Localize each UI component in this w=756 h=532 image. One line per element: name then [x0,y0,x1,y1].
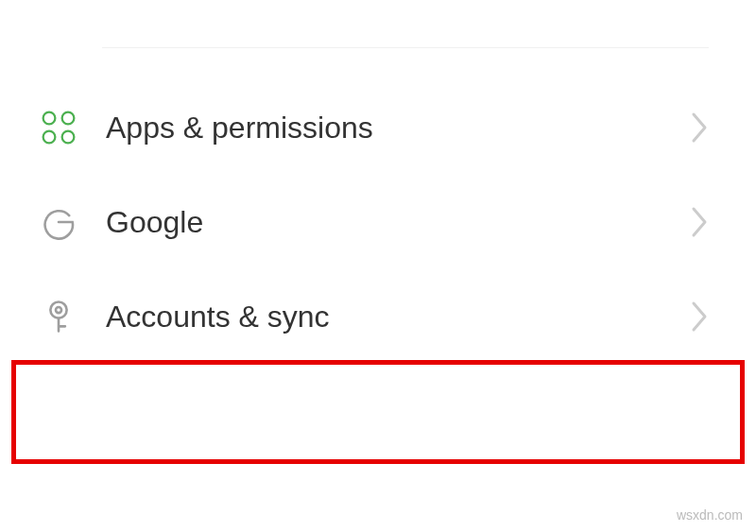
chevron-right-icon [690,205,709,239]
settings-item-apps-permissions[interactable]: Apps & permissions [0,80,756,175]
apps-icon [38,107,79,148]
settings-item-label: Accounts & sync [106,300,690,335]
highlight-box [11,360,745,464]
chevron-right-icon [690,111,709,145]
svg-rect-3 [62,131,75,144]
watermark: wsxdn.com [677,507,743,523]
svg-point-5 [56,307,61,313]
google-icon [38,201,79,243]
svg-rect-0 [43,112,56,125]
divider [102,47,709,48]
settings-item-google[interactable]: Google [0,175,756,269]
key-icon [38,296,79,337]
svg-point-4 [50,301,66,317]
chevron-right-icon [690,300,709,334]
settings-item-label: Google [106,205,690,240]
settings-item-label: Apps & permissions [106,111,690,146]
svg-rect-2 [43,131,56,144]
svg-rect-1 [62,112,75,125]
settings-item-accounts-sync[interactable]: Accounts & sync [0,269,756,364]
settings-list: Apps & permissions Google [0,0,756,364]
